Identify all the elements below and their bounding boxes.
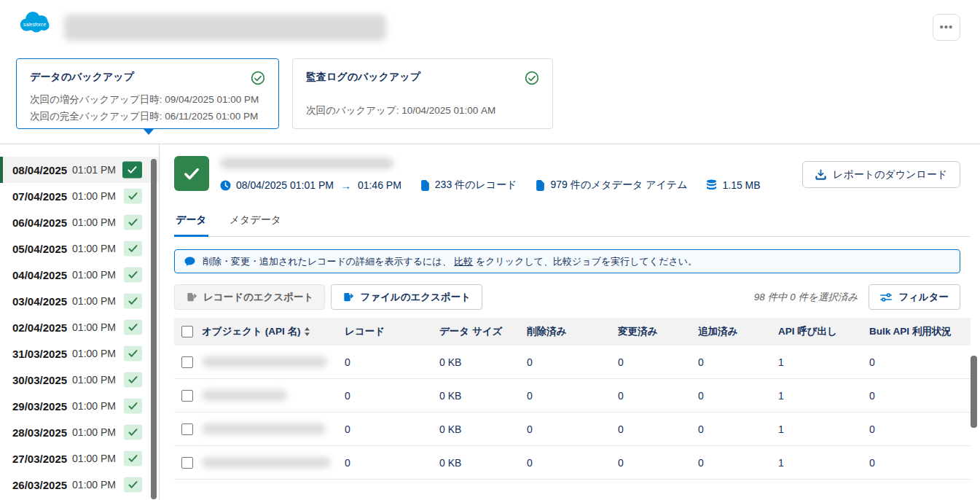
- backup-time: 01:00 PM: [72, 453, 116, 464]
- success-check-circle-icon: [525, 71, 539, 85]
- export-records-button[interactable]: レコードのエクスポート: [174, 284, 325, 310]
- backup-time: 01:00 PM: [72, 216, 116, 228]
- backup-date-item[interactable]: 29/03/2025 01:00 PM: [0, 393, 159, 419]
- cell-bulk-api: 0: [869, 423, 971, 435]
- backkup-status-check-icon: [124, 215, 142, 230]
- backup-date-item[interactable]: 31/03/2025 01:00 PM: [0, 340, 159, 367]
- backkup-status-check-icon: [124, 346, 142, 362]
- backup-date: 06/04/2025: [12, 216, 67, 229]
- backup-date-item[interactable]: 03/04/2025 01:00 PM: [0, 288, 159, 314]
- backup-detail-panel: 08/04/2025 01:01 PM → 01:46 PM 233 件のレコー…: [160, 144, 980, 500]
- backup-date-item[interactable]: 30/03/2025 01:00 PM: [0, 367, 159, 393]
- table-toolbar: レコードのエクスポート ファイルのエクスポート 98 件中 0 件を選択済み: [174, 284, 960, 310]
- backup-time: 01:00 PM: [72, 321, 116, 333]
- row-checkbox[interactable]: [181, 356, 193, 368]
- backup-date-item[interactable]: 02/04/2025 01:00 PM: [0, 314, 159, 340]
- export-icon: [342, 292, 353, 302]
- object-name-redacted: [202, 390, 287, 401]
- data-backup-card[interactable]: データのバックアップ 次回の増分バックアップ日時: 09/04/2025 01:…: [16, 58, 279, 129]
- col-api-calls: API 呼び出し: [778, 325, 869, 338]
- backup-summary: 08/04/2025 01:01 PM → 01:46 PM 233 件のレコー…: [174, 156, 960, 192]
- backup-date-item[interactable]: 26/03/2025 01:00 PM: [0, 472, 159, 498]
- backkup-status-check-icon: [124, 189, 142, 204]
- col-changed: 変更済み: [618, 325, 698, 338]
- backup-date-item[interactable]: 28/03/2025 01:00 PM: [0, 419, 159, 445]
- backup-date: 30/03/2025: [12, 374, 67, 386]
- row-checkbox[interactable]: [181, 423, 193, 435]
- download-report-button[interactable]: レポートのダウンロード: [802, 161, 960, 188]
- clock-icon: [220, 180, 231, 191]
- col-object[interactable]: オブジェクト (API 名): [202, 325, 300, 338]
- backup-date: 07/04/2025: [12, 190, 67, 203]
- filter-icon: [880, 292, 892, 302]
- success-check-circle-icon: [251, 71, 265, 85]
- table-header-row: オブジェクト (API 名) レコード データ サイズ 削除済み 変更済み 追加…: [174, 318, 971, 345]
- row-checkbox[interactable]: [181, 390, 193, 402]
- next-audit-backup: 次回のバックアップ: 10/04/2025 01:00 AM: [306, 104, 539, 117]
- objects-table: オブジェクト (API 名) レコード データ サイズ 削除済み 変更済み 追加…: [174, 318, 971, 480]
- backup-date: 03/04/2025: [12, 295, 67, 308]
- backkup-status-check-icon: [124, 320, 142, 335]
- backup-date: 28/03/2025: [12, 426, 67, 439]
- backup-date-item[interactable]: 04/04/2025 01:00 PM: [0, 262, 159, 288]
- audit-log-backup-card[interactable]: 監査ログのバックアップ 次回のバックアップ: 10/04/2025 01:00 …: [292, 58, 553, 129]
- backup-date: 08/04/2025: [12, 164, 67, 176]
- backkup-status-check-icon: [124, 425, 142, 440]
- cell-records: 0: [345, 390, 439, 402]
- speech-bubble-icon: [184, 257, 195, 267]
- object-name-redacted: [202, 423, 326, 434]
- table-row: 0 0 KB 0 0 0 1 0: [174, 379, 971, 413]
- arrow-right-icon: →: [340, 179, 351, 192]
- col-deleted: 削除済み: [527, 325, 618, 338]
- svg-text:salesforce: salesforce: [23, 22, 47, 27]
- cell-records: 0: [345, 356, 439, 368]
- selection-status: 98 件中 0 件を選択済み: [754, 291, 858, 304]
- cell-data-size: 0 KB: [439, 457, 527, 469]
- more-actions-button[interactable]: •••: [933, 14, 960, 41]
- cell-api-calls: 1: [778, 457, 869, 469]
- cell-deleted: 0: [527, 423, 618, 435]
- backup-time: 01:00 PM: [72, 269, 116, 281]
- backup-date: 31/03/2025: [12, 348, 67, 360]
- backup-date-item[interactable]: 05/04/2025 01:00 PM: [0, 235, 159, 262]
- backup-time: 01:00 PM: [72, 400, 116, 412]
- backup-date: 05/04/2025: [12, 243, 67, 255]
- backkup-status-check-icon: [124, 477, 142, 493]
- cell-added: 0: [698, 390, 778, 402]
- tab-metadata[interactable]: メタデータ: [228, 209, 283, 236]
- backup-history-sidebar: 08/04/2025 01:01 PM 07/04/2025 01:00 PM …: [0, 144, 160, 500]
- backup-date: 26/03/2025: [12, 479, 67, 491]
- backup-time: 01:00 PM: [72, 295, 116, 307]
- backup-date-item[interactable]: 07/04/2025 01:00 PM: [0, 183, 159, 209]
- backkup-status-check-icon: [124, 241, 142, 257]
- document-icon: [420, 180, 430, 191]
- export-files-button[interactable]: ファイルのエクスポート: [331, 284, 482, 310]
- cell-records: 0: [345, 457, 439, 469]
- download-icon: [815, 169, 826, 180]
- cell-bulk-api: 0: [869, 457, 971, 469]
- cell-changed: 0: [618, 423, 698, 435]
- row-checkbox[interactable]: [181, 457, 193, 469]
- backkup-status-check-icon: [124, 372, 142, 388]
- backup-time-stat: 08/04/2025 01:01 PM → 01:46 PM: [220, 179, 401, 192]
- sidebar-scrollbar[interactable]: [151, 159, 157, 499]
- table-row: 0 0 KB 0 0 0 1 0: [174, 446, 971, 480]
- cell-bulk-api: 0: [869, 356, 971, 368]
- backup-date-item[interactable]: 08/04/2025 01:01 PM: [0, 157, 159, 183]
- backup-time: 01:00 PM: [72, 348, 116, 359]
- cell-deleted: 0: [527, 356, 618, 368]
- backkup-status-check-icon: [124, 294, 142, 309]
- tab-data[interactable]: データ: [174, 209, 208, 237]
- sort-icon[interactable]: [304, 327, 310, 336]
- compare-link[interactable]: 比較: [454, 256, 473, 267]
- compare-info-banner: 削除・変更・追加されたレコードの詳細を表示するには、 比較 をクリックして、比較…: [174, 249, 960, 273]
- backup-date-item[interactable]: 06/04/2025 01:00 PM: [0, 209, 159, 235]
- selected-card-pointer: [143, 128, 154, 135]
- org-title-redacted: [64, 15, 386, 41]
- filter-button[interactable]: フィルター: [869, 284, 960, 310]
- backup-date-item[interactable]: 27/03/2025 01:00 PM: [0, 445, 159, 472]
- record-count-stat: 233 件のレコード: [420, 179, 517, 192]
- cell-bulk-api: 0: [869, 390, 971, 402]
- table-scrollbar[interactable]: [971, 356, 977, 428]
- select-all-checkbox[interactable]: [181, 326, 193, 337]
